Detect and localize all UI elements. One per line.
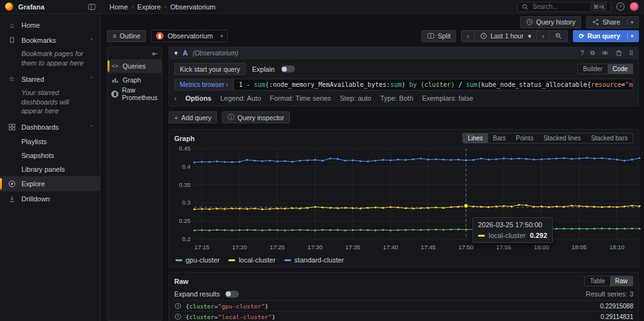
query-ref-id: A [183,49,188,57]
options-chevron-icon[interactable]: › [174,94,177,102]
sidebar-item-library-panels[interactable]: Library panels [0,162,100,176]
user-avatar[interactable] [630,2,639,11]
outline-item-raw-prometheus[interactable]: Raw Prometheus [108,87,162,101]
legend-item[interactable]: local-cluster [228,256,275,264]
sidebar-item-drilldown[interactable]: Drilldown [0,191,100,206]
sidebar-item-explore[interactable]: Explore [0,176,100,191]
query-inspector-button[interactable]: ⓘ Query inspector [222,111,290,123]
grafana-logo-icon [5,3,13,11]
run-query-button[interactable]: ⟳ Run query ▾ [573,30,639,42]
duplicate-query-icon[interactable]: ⧉ [591,49,595,57]
option-summary-item: Legend: Auto [220,94,261,102]
promql-query-input[interactable]: 1 - sum(:node_memory_MemAvailable_bytes:… [233,79,633,91]
zoom-out-button[interactable] [550,30,568,42]
graph-style-stacked-lines[interactable]: Stacked lines [538,133,586,143]
search-input[interactable] [533,3,587,10]
add-query-button[interactable]: + Add query [169,111,217,123]
add-query-label: Add query [181,114,211,121]
sidebar-item-playlists[interactable]: Playlists [0,135,100,149]
sidebar-item-label: Home [21,21,40,29]
outline-list-icon: ≡ [113,32,116,40]
options-label[interactable]: Options [186,94,212,102]
run-query-dropdown-chevron-icon[interactable]: ▾ [627,33,633,39]
topnav-brand: Grafana [0,3,101,11]
graph-style-stacked-bars[interactable]: Stacked bars [586,133,633,143]
bar-chart-icon [111,76,119,84]
raw-view-raw[interactable]: Raw [610,276,633,286]
query-help-icon[interactable]: ? [580,50,584,57]
graph-style-points[interactable]: Points [511,133,538,143]
sidebar-item-bookmarks[interactable]: Bookmarks ⌃ [0,33,100,48]
chevron-right-icon: › [542,32,545,40]
time-shift-forward-button[interactable]: › [537,30,550,42]
sidebar-item-starred[interactable]: ☆ Starred ⌃ [0,72,100,87]
prometheus-datasource-icon [156,32,164,40]
legend-item[interactable]: gpu-cluster [175,256,219,264]
sidebar-item-home[interactable]: ⌂ Home [0,18,100,33]
sidebar-item-dashboards[interactable]: Dashboards ⌃ [0,120,100,135]
raw-result-row: {cluster="gpu-cluster"} 0.22915088 [174,300,633,311]
svg-text:18:05: 18:05 [572,244,587,251]
svg-text:17:35: 17:35 [345,244,360,251]
outline-item-graph[interactable]: Graph [108,73,162,87]
legend-item[interactable]: standard-cluster [284,256,344,264]
datasource-name: Observatorium [167,32,213,40]
explain-label: Explain [252,65,275,73]
global-search[interactable]: ⌘+k [517,2,611,12]
result-series-count: Result series: 3 [586,290,633,298]
svg-text:0.25: 0.25 [179,217,191,224]
chevron-up-icon[interactable]: ⌃ [89,76,94,82]
breadcrumb-explore[interactable]: Explore [137,3,160,11]
code-mode-option[interactable]: Code [608,64,633,74]
top-nav: Grafana Home › Explore › Observatorium ⌘… [0,0,644,14]
svg-text:17:50: 17:50 [458,244,474,251]
share-dropdown-chevron-icon[interactable]: ▾ [627,20,633,25]
outline-button[interactable]: ≡ Outline [107,30,146,42]
hide-query-eye-icon[interactable] [601,49,609,57]
split-button[interactable]: Split [421,30,456,42]
svg-text:0.45: 0.45 [179,145,191,152]
datasource-picker[interactable]: Observatorium ▾ [151,30,228,42]
raw-view-table[interactable]: Table [585,276,610,286]
svg-text:17:40: 17:40 [383,244,398,251]
chevron-up-icon[interactable]: ⌃ [89,125,94,130]
sidebar-item-label: Dashboards [21,123,58,131]
mega-menu-toggle-icon[interactable] [88,3,96,11]
query-history-button[interactable]: Query history [520,16,581,28]
editor-mode-switch: Builder Code [577,64,633,74]
collapse-pane-icon[interactable]: ⇤ [152,50,158,58]
grafana-app: Grafana Home › Explore › Observatorium ⌘… [0,0,644,321]
builder-mode-option[interactable]: Builder [578,64,608,74]
graph-style-lines[interactable]: Lines [463,133,488,143]
history-clock-icon [526,18,533,26]
chevron-up-icon[interactable]: ⌃ [89,38,94,43]
share-button[interactable]: Share ▾ [586,16,639,28]
svg-text:17:55: 17:55 [496,244,511,251]
collapse-query-chevron-icon[interactable]: ▾ [174,49,178,57]
breadcrumb-home[interactable]: Home [109,3,128,11]
zoom-out-icon [555,32,562,40]
share-label: Share [602,18,620,26]
time-shift-back-button[interactable]: ‹ [461,30,475,42]
outline-item-queries[interactable]: <> Queries [108,59,162,73]
time-series-chart[interactable]: 0.450.40.350.30.250.217:1517:2017:2517:3… [174,145,633,254]
expand-results-toggle[interactable] [225,291,239,298]
delete-query-trash-icon[interactable] [615,49,623,57]
graph-panel-title: Graph [174,135,194,142]
help-icon[interactable]: ? [616,3,625,11]
sidebar-item-snapshots[interactable]: Snapshots [0,149,100,162]
query-history-label: Query history [536,18,575,26]
nav-sidebar: ⌂ Home Bookmarks ⌃ Bookmark pages for th… [0,14,101,321]
breadcrumb-observatorium[interactable]: Observatorium [170,3,216,11]
explore-compass-icon [8,180,16,188]
svg-text:17:20: 17:20 [232,244,247,251]
explain-toggle[interactable] [281,65,295,72]
time-range-button[interactable]: Last 1 hour ▾ [475,30,537,42]
graph-style-bars[interactable]: Bars [488,133,511,143]
chart-canvas[interactable]: 0.450.40.350.30.250.217:1517:2017:2517:3… [174,145,643,253]
drag-handle-icon[interactable]: ⠿ [629,50,633,57]
kick-start-query-button[interactable]: Kick start your query [174,63,246,75]
query-row-header[interactable]: ▾ A (Observatorium) ? ⧉ [169,47,638,59]
metrics-browser-button[interactable]: Metrics browser › [174,79,233,91]
option-summary-item: Step: auto [340,94,371,102]
